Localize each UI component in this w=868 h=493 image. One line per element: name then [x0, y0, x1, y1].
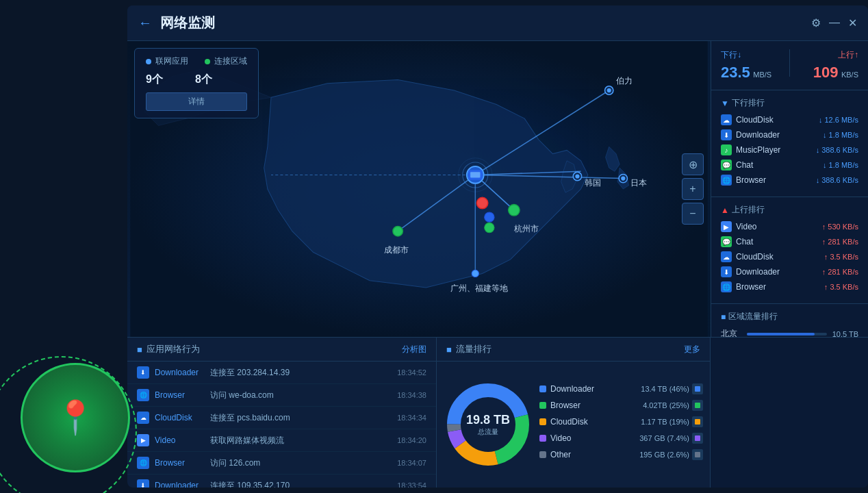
- app-name: Video: [736, 222, 822, 231]
- legend-name: CloudDisk: [550, 417, 641, 427]
- rank-item: ⬇ Downloader ↑ 281 KB/s: [721, 266, 858, 277]
- traffic-legend: Downloader 13.4 TB (46%) Browser 4.02TB …: [539, 383, 703, 466]
- minimize-icon[interactable]: —: [829, 16, 840, 29]
- legend-item: Video 367 GB (7.4%): [539, 433, 703, 444]
- up-ranking-list: ▶ Video ↑ 530 KB/s 💬 Chat ↑ 281 KB/s ☁ C…: [721, 221, 858, 292]
- donut-value: 19.8 TB: [466, 413, 510, 427]
- app-speed: ↑ 281 KB/s: [822, 238, 858, 246]
- app-speed: ↓ 388.6 KB/s: [816, 146, 858, 154]
- down-ranking-section: ▼ 下行排行 ☁ CloudDisk ↓ 12.6 MB/s ⬇ Downloa…: [711, 90, 868, 197]
- activity-app: CloudDisk: [155, 413, 206, 422]
- decorative-circle-inner: 📍: [21, 363, 130, 472]
- activity-desc: 连接至 203.284.14.39: [210, 367, 397, 379]
- zoom-in-button[interactable]: +: [682, 178, 704, 200]
- location-icon: 📍: [55, 399, 96, 437]
- up-unit: KB/S: [841, 71, 858, 79]
- title-bar: ← 网络监测 ⚙ — ✕: [127, 5, 868, 41]
- app-icon: 🌐: [721, 175, 732, 186]
- activity-desc: 获取网路媒体视频流: [210, 435, 397, 446]
- bottom-section: ■ 应用网络行为 分析图 ⬇ Downloader 连接至 203.284.14…: [127, 337, 868, 488]
- traffic-panel: ■ 流量排行 更多: [437, 338, 711, 488]
- apps-value: 9个: [146, 73, 173, 87]
- rank-item: 💬 Chat ↓ 1.8 MB/s: [721, 160, 858, 170]
- app-speed: ↑ 530 KB/s: [822, 223, 858, 231]
- legend-value: 367 GB (7.4%): [639, 434, 689, 442]
- traffic-header: ■ 流量排行 更多: [437, 338, 710, 362]
- legend-name: Browser: [550, 401, 643, 410]
- speed-section: 下行↓ 23.5 MB/S 上行↑ 109 KB/S: [711, 41, 868, 90]
- app-icon: ▶: [721, 221, 732, 232]
- activity-item: 🌐 Browser 访问 we-doa.com 18:34:38: [127, 384, 436, 407]
- traffic-content: 19.8 TB 总流量 Downloader 13.4 TB (46%) Bro…: [437, 362, 710, 488]
- compass-button[interactable]: ⊕: [682, 153, 704, 175]
- svg-point-18: [393, 227, 403, 236]
- down-ranking-title: ▼ 下行排行: [721, 97, 858, 109]
- activity-panel: ■ 应用网络行为 分析图 ⬇ Downloader 连接至 203.284.14…: [127, 338, 437, 488]
- app-icon: ☁: [721, 114, 732, 125]
- legend-icon: [692, 449, 703, 460]
- activity-action[interactable]: 分析图: [402, 344, 426, 355]
- app-speed: ↑ 3.5 KB/s: [824, 253, 858, 261]
- svg-text:日本: 日本: [630, 178, 647, 188]
- region-bar: [747, 333, 815, 336]
- main-window: ← 网络监测 ⚙ — ✕ 联网应用 连接区域: [127, 5, 868, 488]
- svg-text:杭州市: 杭州市: [513, 224, 539, 233]
- svg-point-19: [476, 197, 487, 208]
- activity-app: Downloader: [155, 368, 206, 377]
- activity-item: ⬇ Downloader 连接至 203.284.14.39 18:34:52: [127, 362, 436, 384]
- map-section: 联网应用 连接区域 9个 8个 详情: [127, 41, 711, 337]
- connected-regions-stat: 连接区域: [205, 55, 247, 67]
- close-icon[interactable]: ✕: [848, 16, 857, 29]
- svg-text:伯力: 伯力: [615, 76, 633, 86]
- connected-apps-stat: 联网应用: [146, 55, 188, 67]
- activity-icon: 🌐: [137, 389, 149, 401]
- activity-item: ⬇ Downloader 连接至 109.35.42.170 18:33:54: [127, 475, 436, 488]
- app-name: CloudDisk: [736, 252, 824, 262]
- app-speed: ↑ 281 KB/s: [822, 268, 858, 276]
- traffic-action[interactable]: 更多: [684, 344, 700, 355]
- up-label: 上行↑: [838, 49, 858, 61]
- app-icon: ♪: [721, 144, 732, 155]
- right-panel-bottom: [711, 338, 868, 488]
- legend-value: 195 GB (2.6%): [639, 451, 689, 459]
- back-button[interactable]: ←: [138, 15, 152, 31]
- legend-item: Downloader 13.4 TB (46%): [539, 383, 703, 394]
- region-ranking-title: ■ 区域流量排行: [721, 311, 858, 323]
- app-name: Browser: [736, 282, 824, 292]
- region-bar-wrap: [747, 333, 827, 336]
- details-button[interactable]: 详情: [146, 92, 247, 111]
- rank-item: ⬇ Downloader ↓ 1.8 MB/s: [721, 129, 858, 140]
- activity-time: 18:34:07: [397, 459, 426, 467]
- app-icon: ☁: [721, 251, 732, 262]
- svg-point-20: [485, 212, 494, 222]
- up-value: 109: [813, 64, 839, 81]
- svg-point-14: [621, 176, 625, 180]
- map-controls: ⊕ + −: [682, 153, 704, 225]
- donut-center: 19.8 TB 总流量: [444, 380, 533, 469]
- legend-dot: [539, 435, 546, 442]
- app-name: Downloader: [736, 130, 823, 140]
- app-name: Chat: [736, 160, 823, 170]
- settings-icon[interactable]: ⚙: [811, 16, 821, 29]
- legend-name: Downloader: [550, 384, 641, 394]
- app-speed: ↓ 388.6 KB/s: [816, 176, 858, 184]
- app-name: MusicPlayer: [736, 145, 816, 155]
- page-title: 网络监测: [160, 14, 811, 32]
- rank-item: ☁ CloudDisk ↑ 3.5 KB/s: [721, 251, 858, 262]
- app-speed: ↓ 12.6 MB/s: [819, 116, 858, 124]
- svg-text:成都市: 成都市: [384, 245, 409, 255]
- legend-name: Other: [550, 450, 639, 459]
- app-name: Downloader: [736, 267, 822, 277]
- rank-item: 🌐 Browser ↓ 388.6 KB/s: [721, 175, 858, 186]
- activity-time: 18:34:34: [397, 414, 426, 422]
- speed-divider: [789, 49, 790, 77]
- app-speed: ↑ 3.5 KB/s: [824, 283, 858, 291]
- rank-item: ☁ CloudDisk ↓ 12.6 MB/s: [721, 114, 858, 125]
- activity-time: 18:34:52: [397, 368, 426, 377]
- legend-item: Other 195 GB (2.6%): [539, 449, 703, 460]
- zoom-out-button[interactable]: −: [682, 203, 704, 225]
- content-area: 联网应用 连接区域 9个 8个 详情: [127, 41, 868, 337]
- app-name: Chat: [736, 237, 822, 246]
- activity-icon: ⬇: [137, 479, 149, 488]
- legend-dot: [539, 451, 546, 458]
